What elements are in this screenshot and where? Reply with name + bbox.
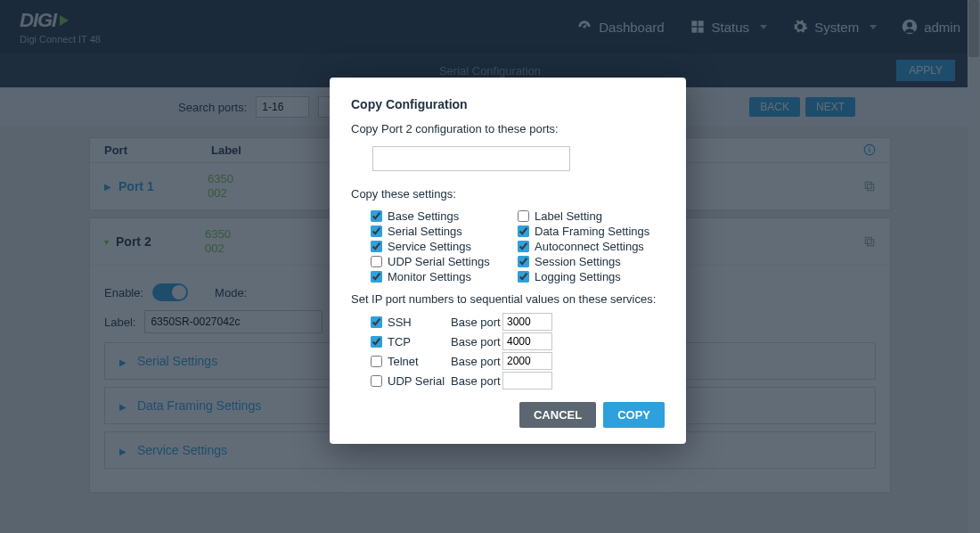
service-checkbox[interactable] [371,375,382,387]
setting-checkbox[interactable] [518,271,529,283]
setting-checkbox[interactable] [371,271,382,283]
settings-checkboxes: Base SettingsSerial SettingsService Sett… [371,208,665,285]
setting-checkbox-item: Autoconnect Settings [518,240,665,253]
setting-checkbox[interactable] [518,241,529,252]
ports-input[interactable] [372,146,570,171]
copy-config-modal: Copy Configuration Copy Port 2 configura… [330,78,686,444]
setting-checkbox[interactable] [518,256,529,267]
cancel-button[interactable]: CANCEL [519,402,596,428]
setting-label: Autoconnect Settings [535,240,644,253]
base-port-label: Base port [451,316,502,329]
setting-checkbox-item: Session Settings [518,255,665,268]
setting-label: Serial Settings [388,225,462,238]
setting-label: Service Settings [388,240,471,253]
setting-checkbox[interactable] [518,226,529,237]
setting-checkbox-item: Base Settings [371,209,518,223]
base-port-label: Base port [451,355,502,368]
setting-checkbox[interactable] [518,210,529,222]
services-grid: SSHBase portTCPBase portTelnetBase portU… [371,313,665,390]
setting-checkbox-item: UDP Serial Settings [371,255,518,268]
service-name: Telnet [388,355,419,368]
setting-checkbox-item: Serial Settings [371,225,518,238]
setting-label: Label Setting [535,209,602,223]
seq-label: Set IP port numbers to sequential values… [351,292,665,306]
setting-label: UDP Serial Settings [388,255,490,268]
service-row: TCPBase port [371,332,665,350]
service-name: SSH [388,316,412,329]
setting-label: Base Settings [388,209,459,223]
setting-label: Session Settings [535,255,621,268]
setting-label: Logging Settings [535,270,621,283]
service-row: UDP SerialBase port [371,372,665,390]
base-port-label: Base port [451,335,502,348]
service-name: UDP Serial [388,374,445,388]
base-port-input[interactable] [502,352,552,370]
setting-checkbox-item: Monitor Settings [371,270,518,283]
service-row: TelnetBase port [371,352,665,370]
setting-checkbox-item: Logging Settings [518,270,665,283]
setting-checkbox-item: Data Framing Settings [518,225,665,238]
setting-label: Data Framing Settings [535,225,649,238]
copy-settings-label: Copy these settings: [351,187,665,201]
setting-checkbox[interactable] [371,241,382,252]
setting-label: Monitor Settings [388,270,471,283]
modal-intro: Copy Port 2 configuration to these ports… [351,122,665,135]
service-checkbox[interactable] [371,336,382,348]
modal-title: Copy Configuration [351,97,665,111]
setting-checkbox[interactable] [371,226,382,237]
base-port-input[interactable] [502,372,552,390]
setting-checkbox[interactable] [371,256,382,267]
base-port-input[interactable] [502,332,552,350]
base-port-input[interactable] [502,313,552,331]
setting-checkbox-item: Service Settings [371,240,518,253]
service-checkbox[interactable] [371,316,382,328]
base-port-label: Base port [451,374,502,388]
setting-checkbox-item: Label Setting [518,209,665,223]
service-row: SSHBase port [371,313,665,331]
service-name: TCP [388,335,411,348]
setting-checkbox[interactable] [371,210,382,222]
service-checkbox[interactable] [371,356,382,367]
copy-button[interactable]: COPY [603,402,665,428]
